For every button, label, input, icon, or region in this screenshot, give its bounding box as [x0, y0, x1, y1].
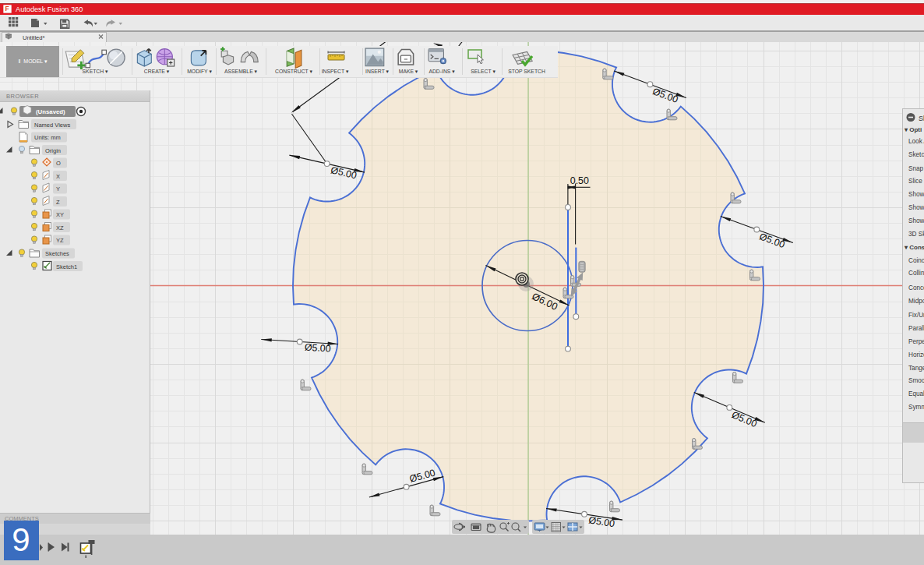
svg-text:Ske: Ske [919, 115, 924, 122]
svg-text:XY: XY [56, 211, 64, 218]
svg-text:Ø5.00: Ø5.00 [304, 342, 331, 355]
svg-text:YZ: YZ [56, 237, 64, 244]
svg-text:XZ: XZ [56, 224, 64, 231]
svg-text:Named Views: Named Views [34, 122, 70, 129]
svg-text:O: O [56, 160, 61, 167]
svg-text:Sketch1: Sketch1 [56, 263, 77, 270]
svg-text:0.50: 0.50 [570, 175, 589, 186]
svg-text:Untitled*: Untitled* [23, 34, 44, 41]
svg-text:Units: mm: Units: mm [34, 134, 61, 141]
svg-text:(Unsaved): (Unsaved) [36, 108, 65, 115]
svg-text:Z: Z [56, 199, 60, 206]
svg-text:X: X [56, 173, 60, 180]
svg-text:Y: Y [56, 185, 60, 192]
svg-text:Origin: Origin [45, 147, 61, 154]
svg-text:Sketches: Sketches [45, 250, 69, 257]
